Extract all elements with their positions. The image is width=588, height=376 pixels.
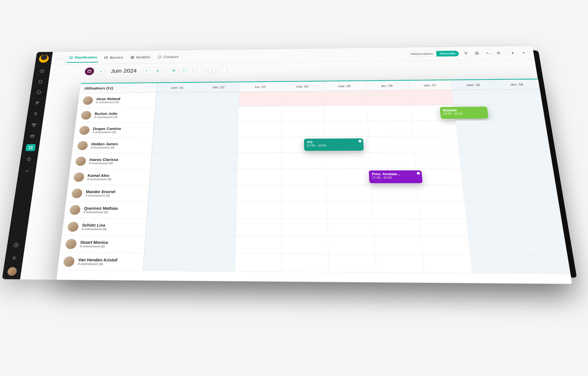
nav-device-icon[interactable] [31, 110, 41, 117]
grid-cell[interactable] [328, 236, 375, 254]
grid-cell[interactable] [324, 91, 367, 106]
view-weekly[interactable]: Hebdomadaire [407, 51, 437, 57]
grid-cell[interactable] [414, 152, 461, 168]
download-icon[interactable] [508, 49, 517, 56]
grid-cell[interactable] [421, 237, 470, 255]
grid-cell[interactable] [196, 107, 239, 122]
grid-cell[interactable] [156, 92, 198, 107]
grid-cell[interactable] [152, 137, 196, 153]
grid-cell[interactable] [465, 202, 514, 219]
undo-button[interactable] [197, 67, 205, 74]
grid-cell[interactable] [192, 202, 237, 219]
user-cell[interactable]: Inaros Clarissa 0 événement (0) [70, 153, 152, 169]
user-cell[interactable]: Draper Camina 0 événement (0) [74, 122, 154, 137]
grid-cell[interactable] [463, 185, 511, 202]
grid-cell[interactable] [409, 90, 454, 105]
grid-cell[interactable] [373, 219, 421, 236]
user-cell[interactable]: Quennoz Mathias 0 événement (0) [64, 202, 148, 218]
user-cell[interactable]: Alcor Roland 0 événement (0) [78, 93, 156, 108]
grid-cell[interactable] [282, 202, 327, 219]
grid-cell[interactable] [514, 219, 564, 237]
nav-planning-icon[interactable] [25, 144, 36, 151]
grid-cell[interactable] [324, 106, 368, 121]
nav-settings-icon[interactable] [9, 254, 20, 262]
grid-cell[interactable] [238, 122, 282, 137]
grid-cell[interactable] [189, 253, 236, 271]
prev-button[interactable] [96, 68, 105, 75]
user-cell[interactable]: Holden James 0 événement (0) [72, 137, 153, 153]
user-cell[interactable]: Kamal Alex 0 événement (0) [68, 169, 151, 185]
grid-cell[interactable] [282, 185, 327, 202]
user-cell[interactable]: Van Henden Kristof 0 événement (0) [58, 253, 144, 271]
view-monthly[interactable]: Mensuelle [436, 50, 459, 56]
grid-cell[interactable] [507, 168, 555, 185]
tab-couleurs[interactable]: Couleurs [156, 52, 181, 62]
user-cell[interactable]: Burton Julie 0 événement (0) [76, 107, 155, 122]
grid-cell[interactable] [154, 107, 197, 122]
grid-cell[interactable] [367, 105, 412, 121]
grid-cell[interactable] [423, 255, 472, 273]
grid-cell[interactable] [369, 136, 414, 152]
event-card[interactable]: Pres. fondate... 17:00 - 20:00 [369, 170, 422, 183]
grid-cell[interactable] [192, 185, 237, 202]
grid-cell[interactable] [236, 202, 282, 219]
grid-cell[interactable] [282, 236, 329, 254]
nav-org-icon[interactable] [29, 122, 39, 128]
grid-cell[interactable] [469, 237, 519, 255]
grid-cell[interactable] [519, 255, 570, 274]
grid-cell[interactable] [237, 185, 282, 202]
grid-cell[interactable] [193, 169, 238, 185]
filter-icon[interactable] [462, 50, 470, 56]
event-card[interactable]: Maladie 00:00 - 23:59 [440, 107, 489, 119]
grid-cell[interactable] [502, 136, 550, 152]
grid-cell[interactable] [366, 90, 410, 105]
grid-cell[interactable] [457, 136, 505, 152]
grid-cell[interactable] [374, 236, 422, 254]
grid-cell[interactable] [418, 202, 467, 219]
grid-cell[interactable] [236, 236, 282, 254]
nav-help-icon[interactable] [11, 241, 22, 249]
grid-cell[interactable] [328, 254, 376, 272]
grid-cell[interactable] [239, 106, 281, 122]
nav-analytics-icon[interactable] [22, 167, 32, 174]
grid-cell[interactable] [459, 152, 507, 168]
nav-chat-icon[interactable] [34, 89, 44, 95]
grid-cell[interactable] [148, 185, 193, 201]
grid-cell[interactable] [412, 120, 457, 136]
grid-cell[interactable] [195, 137, 238, 153]
grid-cell[interactable] [190, 236, 236, 254]
grid-cell[interactable] [325, 152, 370, 168]
grid-cell[interactable] [236, 219, 282, 236]
grid-cell[interactable] [413, 136, 459, 152]
eye-button[interactable] [169, 67, 178, 74]
event-card[interactable]: AG 07:00 - 10:00 [304, 138, 364, 151]
grid-cell[interactable] [500, 120, 547, 136]
grid-cell[interactable] [238, 137, 282, 152]
grid-cell[interactable] [282, 152, 326, 168]
grid-cell[interactable] [282, 254, 329, 272]
user-cell[interactable]: Schütz Lisa 0 événement (0) [62, 218, 147, 235]
add-time-icon[interactable] [494, 50, 503, 56]
grid-cell[interactable] [372, 202, 420, 219]
grid-cell[interactable] [150, 169, 194, 185]
grid-cell[interactable] [237, 169, 282, 185]
grid-cell[interactable] [151, 153, 195, 169]
collapse-button[interactable]: » [57, 56, 64, 61]
grid-cell[interactable] [326, 169, 371, 185]
grid-cell[interactable] [417, 185, 465, 202]
nav-users-icon[interactable] [32, 100, 42, 106]
grid-cell[interactable] [470, 255, 521, 273]
grid-cell[interactable] [143, 253, 190, 271]
grid-cell[interactable] [282, 169, 326, 185]
user-cell[interactable]: Mander Enoriel 0 événement (0) [66, 185, 150, 201]
grid-cell[interactable] [420, 219, 469, 236]
gear-icon[interactable] [519, 49, 528, 56]
expand-button[interactable] [181, 67, 189, 74]
nav-dashboard-icon[interactable] [37, 68, 47, 74]
grid-cell[interactable] [147, 202, 192, 219]
grid-cell[interactable] [509, 185, 558, 202]
grid-cell[interactable] [146, 219, 192, 236]
tab-modeles[interactable]: Modèles [128, 53, 152, 62]
next-button[interactable] [142, 67, 151, 74]
grid-cell[interactable] [516, 237, 567, 255]
